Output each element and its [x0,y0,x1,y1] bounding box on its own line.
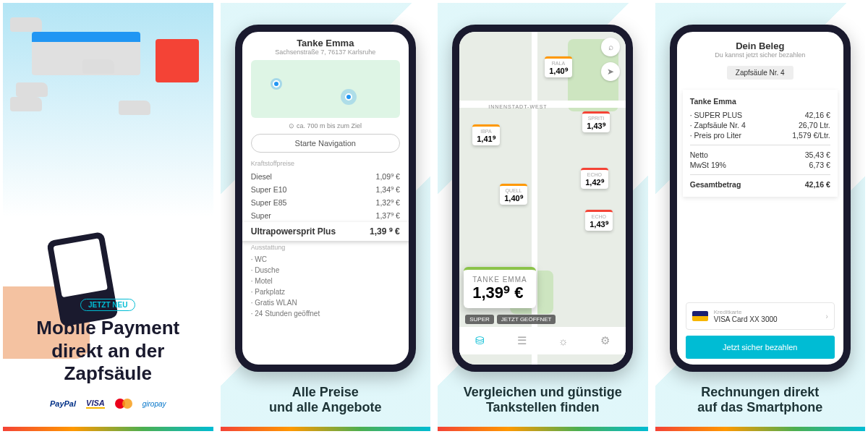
amenity-item: · Gratis WLAN [251,297,400,308]
filter-chip[interactable]: JETZT GEÖFFNET [497,315,556,324]
promo-panel-payment: JETZT NEU Mobile Payment direkt an der Z… [3,3,213,431]
amenity-item: · 24 Stunden geöffnet [251,308,400,319]
tab-bar: ⛁ ☰ ☼ ⚙ [459,327,626,354]
list-tab-icon[interactable]: ☰ [517,334,527,347]
promo-panel-compare: INNENSTADT-WEST RALA1,40⁹IBPA1,41⁹SPRITI… [438,3,648,431]
amenities-section-label: Ausstattung [251,244,400,251]
station-pin[interactable]: RALA1,40⁹ [545,56,571,77]
distance-label: ⊙ ca. 700 m bis zum Ziel [251,122,400,129]
amenity-item: · Parkplatz [251,286,400,297]
station-pin[interactable]: SPRITI1,43⁹ [582,111,609,132]
route-map[interactable] [251,60,400,118]
station-title: Tanke Emma [251,38,400,48]
amenity-item: · Dusche [251,265,400,276]
amenity-item: · WC [251,254,400,265]
pump-selector[interactable]: Zapfsäule Nr. 4 [727,66,793,80]
start-navigation-button[interactable]: Starte Navigation [251,134,400,153]
phone-mockup-prices: Tanke Emma Sachsenstraße 7, 76137 Karlsr… [235,25,416,372]
station-pin[interactable]: IBPA1,41⁹ [472,124,499,145]
station-pin[interactable]: ECHO1,42⁹ [581,168,608,189]
filter-chip[interactable]: SUPER [465,315,494,324]
price-row: Super1,37⁹ € [251,209,400,222]
phone-mockup-map: INNENSTADT-WEST RALA1,40⁹IBPA1,41⁹SPRITI… [452,25,633,372]
receipt-card: Tanke Emma · SUPER PLUS42,16 € · Zapfsäu… [683,90,838,197]
promo-panel-receipt: Dein Beleg Du kannst jetzt sicher bezahl… [655,3,866,431]
station-pin[interactable]: QUELL1,40⁹ [500,184,527,205]
receipt-station: Tanke Emma [690,97,830,106]
payment-card-selector[interactable]: Kreditkarte VISA Card XX 3000 › [686,302,835,330]
paypal-logo: PayPal [50,399,76,408]
promo-panel-prices: Tanke Emma Sachsenstraße 7, 76137 Karlsr… [221,3,431,431]
headline: Mobile Payment direkt an der Zapfsäule [3,317,213,385]
tips-tab-icon[interactable]: ☼ [558,335,569,347]
receipt-subtitle: Du kannst jetzt sicher bezahlen [686,51,835,59]
visa-card-icon [692,311,708,321]
price-row: Super E101,34⁹ € [251,183,400,196]
price-row: Diesel1,09⁹ € [251,170,400,183]
price-row-highlight[interactable]: Ultrapowersprit Plus1,39 ⁹ € [237,222,414,241]
visa-logo: VISA [86,399,105,409]
price-row: Super E851,32⁹ € [251,196,400,209]
map-view[interactable]: INNENSTADT-WEST RALA1,40⁹IBPA1,41⁹SPRITI… [459,32,626,365]
settings-tab-icon[interactable]: ⚙ [600,334,610,347]
chevron-right-icon: › [825,312,827,320]
selected-station-pin[interactable]: TANKE EMMA 1,39⁹ € [464,267,535,308]
station-address: Sachsenstraße 7, 76137 Karlsruhe [251,48,400,56]
payment-logos: PayPal VISA giropay [3,398,213,409]
station-pin[interactable]: ECHO1,43⁹ [585,210,612,231]
phone-mockup-receipt: Dein Beleg Du kannst jetzt sicher bezahl… [670,25,851,372]
pay-now-button[interactable]: Jetzt sicher bezahlen [686,336,835,359]
new-badge: JETZT NEU [80,299,135,311]
mastercard-logo [115,398,132,409]
prices-section-label: Kraftstoffpreise [251,160,400,167]
receipt-title: Dein Beleg [686,41,835,51]
giropay-logo: giropay [142,400,166,408]
map-tab-icon[interactable]: ⛁ [475,334,485,347]
amenity-item: · Motel [251,276,400,286]
map-district-label: INNENSTADT-WEST [488,104,547,109]
